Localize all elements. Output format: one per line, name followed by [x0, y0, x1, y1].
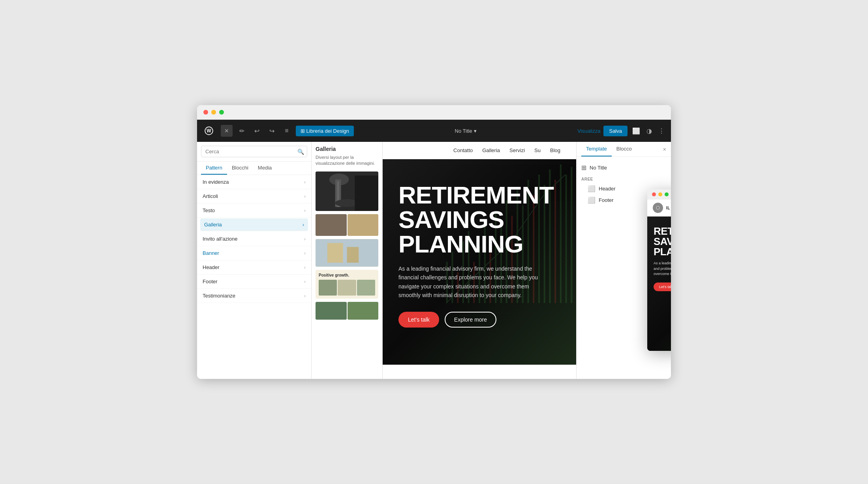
mini-site-name-label: IL MIO SITO WEB [666, 206, 671, 210]
search-input[interactable] [201, 146, 307, 157]
right-panel: Template Blocco × ⊞ No Title AREE ⬜ Head… [576, 142, 671, 379]
tab-pattern[interactable]: Pattern [201, 162, 227, 175]
mini-close-dot[interactable] [652, 192, 656, 196]
undo-icon[interactable]: ↩ [251, 125, 263, 137]
sidebar-item-header[interactable]: Header › [197, 260, 311, 275]
hero-content-block: RETIREMENT SAVINGS PLANNING As a leading… [383, 159, 569, 351]
search-icon: 🔍 [297, 149, 304, 155]
close-dot[interactable] [203, 110, 208, 115]
mini-lets-talk-button[interactable]: Let's talk [654, 282, 671, 291]
explore-more-button[interactable]: Explore more [445, 312, 496, 328]
gallery-preview-3[interactable] [316, 239, 378, 267]
mini-site-header: IL MIO SITO WEB Contatto Galleria Serviz… [647, 200, 671, 217]
right-panel-close-button[interactable]: × [663, 146, 666, 153]
svg-point-40 [657, 207, 659, 209]
more-options-icon[interactable]: ⋮ [657, 126, 666, 136]
hero-title: RETIREMENT SAVINGS PLANNING [398, 183, 554, 256]
chevron-right-icon: › [304, 179, 306, 185]
footer-block-icon: ⬜ [588, 196, 596, 204]
header-block-icon: ⬜ [588, 185, 596, 192]
sidebar-item-footer[interactable]: Footer › [197, 275, 311, 289]
sidebar-item-testimonianze[interactable]: Testimonianze › [197, 289, 311, 303]
canvas-hero-section: RETIREMENT SAVINGS PLANNING As a leading… [383, 159, 576, 365]
hero-buttons: Let's talk Explore more [398, 312, 554, 328]
left-sidebar: 🔍 Pattern Blocchi Media In evidenza › Ar… [197, 142, 312, 379]
sidebar-item-galleria[interactable]: Galleria › [200, 218, 308, 231]
template-root-item[interactable]: ⊞ No Title [581, 162, 666, 174]
wp-logo-icon[interactable]: W [202, 124, 216, 138]
redo-icon[interactable]: ↪ [266, 125, 278, 137]
mini-minimize-dot[interactable] [658, 192, 662, 196]
salva-button[interactable]: Salva [603, 126, 628, 136]
chevron-right-icon: › [304, 194, 306, 199]
sidebar-tabs: Pattern Blocchi Media [197, 162, 311, 175]
nav-link-blog[interactable]: Blog [550, 147, 560, 153]
editor-body: 🔍 Pattern Blocchi Media In evidenza › Ar… [197, 142, 671, 379]
chevron-right-icon: › [304, 279, 306, 284]
template-grid-icon: ⊞ [581, 164, 586, 171]
dropdown-chevron-icon: ▾ [474, 128, 477, 134]
sidebar-item-in-evidenza[interactable]: In evidenza › [197, 175, 311, 189]
svg-rect-7 [355, 175, 378, 211]
gallery-panel-description: Diversi layout per la visualizzazione de… [316, 154, 378, 167]
view-toggle-icon[interactable]: ⬜ [631, 126, 642, 136]
chevron-right-icon: › [304, 236, 306, 242]
tab-blocco[interactable]: Blocco [612, 142, 637, 156]
svg-rect-10 [347, 247, 359, 263]
gallery-preview-5[interactable] [316, 302, 378, 320]
sidebar-item-banner[interactable]: Banner › [197, 246, 311, 260]
sidebar-search-area: 🔍 [197, 142, 311, 162]
mini-hero-content: RETIREMENT SAVINGS PLANNING As a leading… [647, 217, 671, 301]
mini-hero-title: RETIREMENT SAVINGS PLANNING [654, 226, 671, 257]
chevron-right-icon: › [304, 250, 306, 256]
main-browser-window: W ✕ ✏ ↩ ↪ ≡ ⊞ Libreria dei Design No Tit… [197, 105, 671, 379]
mini-maximize-dot[interactable] [665, 192, 669, 196]
mini-site-logo [653, 203, 663, 213]
list-view-icon[interactable]: ≡ [281, 125, 293, 137]
mini-browser-window: IL MIO SITO WEB Contatto Galleria Serviz… [647, 189, 671, 351]
sidebar-item-testo[interactable]: Testo › [197, 203, 311, 218]
main-canvas-area: Contatto Galleria Servizi Su Blog [383, 142, 576, 379]
svg-rect-9 [327, 243, 343, 263]
aree-section-label: AREE [581, 177, 666, 181]
gallery-preview-4[interactable]: Positive growth. [316, 270, 378, 299]
wp-editor-toolbar: W ✕ ✏ ↩ ↪ ≡ ⊞ Libreria dei Design No Tit… [197, 120, 671, 142]
minimize-dot[interactable] [211, 110, 216, 115]
nav-link-servizi[interactable]: Servizi [509, 147, 525, 153]
chevron-right-icon: › [304, 208, 306, 213]
gallery-panel-title: Galleria [316, 146, 378, 152]
tab-media[interactable]: Media [253, 162, 276, 175]
sidebar-item-invito[interactable]: Invito all'azione › [197, 232, 311, 246]
pencil-icon[interactable]: ✏ [236, 125, 248, 137]
sidebar-items-list: In evidenza › Articoli › Testo › Galleri… [197, 175, 311, 379]
nav-link-contatto[interactable]: Contatto [453, 147, 473, 153]
svg-rect-34 [571, 167, 572, 303]
chevron-right-icon: › [304, 293, 306, 299]
mini-browser-content: IL MIO SITO WEB Contatto Galleria Serviz… [647, 200, 671, 351]
gallery-preview-2[interactable] [316, 214, 378, 236]
lets-talk-button[interactable]: Let's talk [398, 312, 439, 328]
hero-description: As a leading financial advisory firm, we… [398, 264, 541, 300]
visualizza-button[interactable]: Visualizza [577, 128, 600, 134]
svg-text:W: W [207, 128, 211, 134]
chevron-right-icon: › [304, 265, 306, 270]
gallery-content-panel: Galleria Diversi layout per la visualizz… [312, 142, 383, 379]
page-title-dropdown[interactable]: No Title ▾ [455, 128, 477, 134]
close-button[interactable]: ✕ [221, 125, 233, 137]
mini-browser-titlebar [647, 189, 671, 200]
right-panel-tabs: Template Blocco × [577, 142, 671, 157]
sidebar-item-articoli[interactable]: Articoli › [197, 189, 311, 203]
tab-template[interactable]: Template [581, 142, 612, 156]
design-library-button[interactable]: ⊞ Libreria dei Design [296, 126, 354, 136]
browser-titlebar [197, 105, 671, 120]
chevron-right-icon: › [302, 222, 304, 228]
maximize-dot[interactable] [219, 110, 224, 115]
gallery-preview-1[interactable] [316, 171, 378, 211]
mini-hero-buttons: Let's talk Explore more [654, 282, 671, 291]
mini-hero-section: RETIREMENT SAVINGS PLANNING As a leading… [647, 217, 671, 351]
tab-blocchi[interactable]: Blocchi [227, 162, 253, 175]
contrast-icon[interactable]: ◑ [645, 126, 654, 136]
nav-link-su[interactable]: Su [534, 147, 541, 153]
nav-link-galleria[interactable]: Galleria [482, 147, 500, 153]
mini-hero-description: As a leading financial advisory firm, we… [654, 261, 671, 277]
